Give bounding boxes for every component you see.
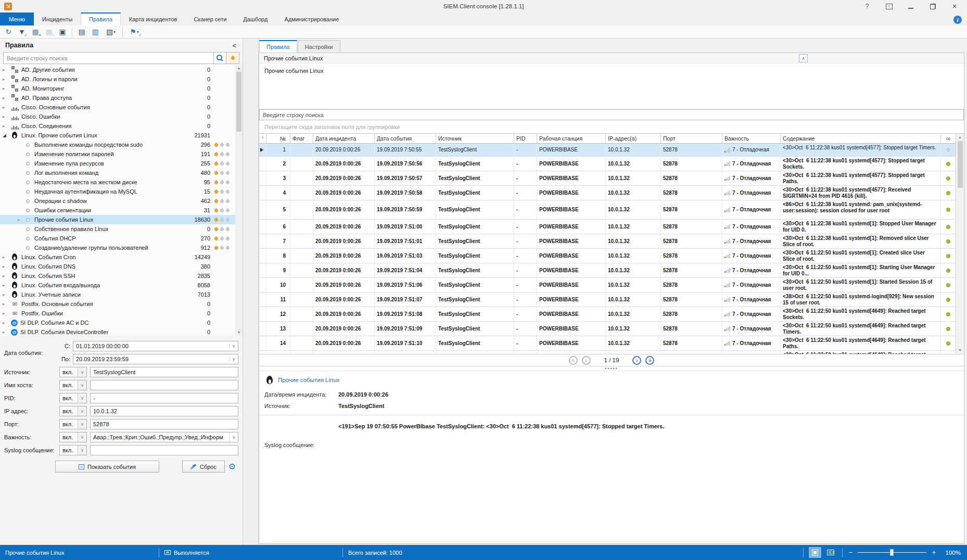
tree-item[interactable]: Операции с shadow462 — [0, 196, 235, 206]
tree-expand-icon[interactable]: ▸ — [3, 95, 10, 100]
tree-item[interactable]: События DHCP270 — [0, 234, 235, 243]
tree-item[interactable]: ▸Linux. Учетные записи7013 — [0, 290, 235, 299]
tree-item[interactable]: ▸Linux. События Cron14249 — [0, 252, 235, 262]
filter-mode-select[interactable]: вкл.∨ — [59, 380, 87, 390]
tree-expand-icon[interactable]: ▸ — [3, 320, 10, 325]
gear-icon[interactable]: ⚙ — [226, 462, 238, 472]
column-header[interactable]: Содержание — [781, 134, 941, 143]
tree-item[interactable]: ▸ADAD. Другие события0 — [0, 65, 235, 74]
filter-input[interactable] — [91, 406, 238, 416]
column-header[interactable]: Дата события — [375, 134, 436, 143]
tree-item[interactable]: Лог выполнения команд480 — [0, 168, 235, 177]
filter-input[interactable] — [91, 380, 238, 390]
scroll-down-icon[interactable]: ▼ — [958, 348, 962, 353]
tree-scrollbar[interactable]: ▲ ▼ — [235, 65, 243, 336]
tree-item[interactable]: ▸Linux. События DNS380 — [0, 262, 235, 271]
tree-expand-icon[interactable]: ▸ — [3, 254, 10, 260]
export-icon[interactable]: ▧▾ — [103, 26, 119, 37]
column-header[interactable]: Источник — [436, 134, 514, 143]
tree-item[interactable]: ▸Прочие события Linux18630 — [0, 215, 235, 224]
table-row[interactable]: 120.09.2019 0:00:2619.09.2019 7:50:55Tes… — [259, 144, 956, 157]
filter-mode-select[interactable]: вкл.∨ — [59, 406, 87, 416]
collapse-description-button[interactable]: ∧ — [799, 54, 808, 62]
refresh-icon[interactable]: ↻ — [2, 26, 15, 37]
filter-input[interactable] — [91, 367, 238, 377]
reset-button[interactable]: Сброс — [182, 461, 225, 473]
ribbon-tab[interactable]: Инциденты — [34, 12, 81, 26]
tree-item[interactable]: Собственное правило Linux0 — [0, 224, 235, 234]
tree-item[interactable]: Создание/удаление группы пользователей91… — [0, 243, 235, 252]
zoom-out-button[interactable]: − — [849, 549, 853, 556]
table-row[interactable]: 520.09.2019 0:00:2619.09.2019 7:50:59Tes… — [259, 200, 956, 220]
next-page-button[interactable]: › — [632, 356, 641, 365]
tree-expand-icon[interactable]: ▸ — [3, 123, 10, 129]
tree-item[interactable]: ▸Linux. События SSH2835 — [0, 271, 235, 281]
filter-mode-select[interactable]: вкл.∨ — [59, 367, 87, 377]
tree-item[interactable]: ▸Linux. События входа/выхода8058 — [0, 281, 235, 290]
print-icon[interactable]: ▤ — [75, 26, 88, 37]
tree-expand-icon[interactable]: ▸ — [3, 283, 10, 288]
tree-item[interactable]: ▸ADAD. Права доступа0 — [0, 93, 235, 103]
column-header[interactable]: IP-адрес(а) — [606, 134, 661, 143]
tree-item[interactable]: ▸@SI DLP. События AC и DC0 — [0, 318, 235, 327]
table-row[interactable]: 420.09.2019 0:00:2619.09.2019 7:50:58Tes… — [259, 186, 956, 200]
scroll-thumb[interactable] — [236, 72, 241, 132]
ribbon-tab[interactable]: Администрирование — [276, 12, 347, 26]
tree-expand-icon[interactable]: ▸ — [3, 329, 10, 335]
tree-expand-icon[interactable]: ▸ — [18, 217, 25, 222]
column-header[interactable]: Флаг — [290, 134, 313, 143]
rules-search-input[interactable] — [3, 52, 213, 64]
tree-item[interactable]: ▸Cisco. Основные события0 — [0, 103, 235, 112]
filter-check-icon[interactable]: ▼✓ — [16, 26, 28, 37]
column-header[interactable]: Важность — [722, 134, 781, 143]
ribbon-pin-button[interactable]: ↑ — [885, 2, 893, 10]
tree-expand-icon[interactable]: ▸ — [3, 77, 10, 82]
add-rule-icon[interactable]: ▦+ — [29, 26, 42, 37]
prev-page-button[interactable]: ‹ — [582, 356, 591, 365]
tree-expand-icon[interactable]: ▸ — [3, 105, 10, 110]
filter-input[interactable] — [91, 432, 229, 442]
table-row[interactable]: 1320.09.2019 0:00:2619.09.2019 7:51:09Te… — [259, 322, 956, 336]
collapse-panel-button[interactable]: < — [232, 42, 236, 49]
check-events-icon[interactable]: ⚑✓▾ — [126, 26, 143, 37]
tree-expand-icon[interactable]: ▸ — [3, 292, 10, 297]
tree-item[interactable]: ▸Cisco. Ошибки0 — [0, 112, 235, 121]
tree-expand-icon[interactable]: ▸ — [3, 67, 10, 72]
flame-filter-button[interactable] — [226, 52, 239, 64]
table-row[interactable]: 1120.09.2019 0:00:2619.09.2019 7:51:07Te… — [259, 292, 956, 307]
tree-item[interactable]: Изменение политики паролей191 — [0, 149, 235, 159]
tree-expand-icon[interactable]: ◢ — [3, 133, 10, 138]
tree-item[interactable]: Недостаточно места на жестком диске95 — [0, 177, 235, 187]
details-splitter[interactable]: ••••• — [259, 366, 964, 371]
tree-item[interactable]: ▸Cisco. Соединения0 — [0, 121, 235, 131]
tree-item[interactable]: ▸ADAD. Логины и пароли0 — [0, 74, 235, 84]
date-from-input[interactable]: 01.01.2019 00:00:00 ∨ — [73, 341, 238, 351]
table-row[interactable]: 720.09.2019 0:00:2619.09.2019 7:51:01Tes… — [259, 234, 956, 249]
panel-splitter[interactable] — [243, 39, 259, 545]
ribbon-tab[interactable]: Дашборд — [235, 12, 276, 26]
tree-item[interactable]: ▸✉Postfix. Основные события0 — [0, 299, 235, 309]
date-to-input[interactable]: 20.09.2019 23:59:59 ∨ — [73, 354, 238, 364]
chevron-down-icon[interactable]: ∨ — [229, 343, 238, 349]
table-row[interactable]: 1020.09.2019 0:00:2619.09.2019 7:51:06Te… — [259, 278, 956, 292]
grid-scrollbar[interactable]: ▲ ▼ — [956, 134, 964, 354]
events-search-input[interactable] — [259, 109, 964, 120]
scroll-up-icon[interactable]: ▲ — [958, 135, 962, 140]
show-events-button[interactable]: Показать события — [55, 461, 159, 473]
chevron-down-icon[interactable]: ∨ — [229, 432, 238, 442]
last-page-button[interactable]: » — [645, 356, 654, 365]
chevron-down-icon[interactable]: ∨ — [229, 357, 238, 362]
table-row[interactable]: 620.09.2019 0:00:2619.09.2019 7:51:00Tes… — [259, 220, 956, 234]
content-tab[interactable]: Правила — [259, 40, 297, 53]
print-preview-icon[interactable]: ▥ — [89, 26, 101, 37]
filter-mode-select[interactable]: вкл.∨ — [59, 393, 87, 403]
table-row[interactable]: 320.09.2019 0:00:2619.09.2019 7:50:57Tes… — [259, 171, 956, 186]
card-view-button[interactable] — [824, 547, 837, 558]
zoom-slider-thumb[interactable] — [890, 549, 894, 556]
tree-item[interactable]: ▸✉Postfix. Ошибки0 — [0, 309, 235, 318]
search-button[interactable] — [213, 52, 226, 64]
content-tab[interactable]: Настройки — [298, 40, 340, 53]
scroll-thumb[interactable] — [958, 141, 963, 188]
zoom-slider[interactable] — [858, 552, 926, 553]
tree-expand-icon[interactable]: ▸ — [3, 273, 10, 278]
